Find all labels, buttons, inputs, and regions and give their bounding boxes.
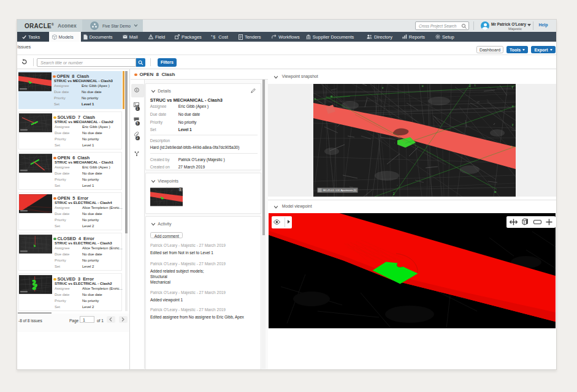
svg-text:$: $ xyxy=(213,34,216,39)
svg-text:MC-Z1-L1 : L1C Apartments [1]: MC-Z1-L1 : L1C Apartments [1] xyxy=(323,189,356,192)
